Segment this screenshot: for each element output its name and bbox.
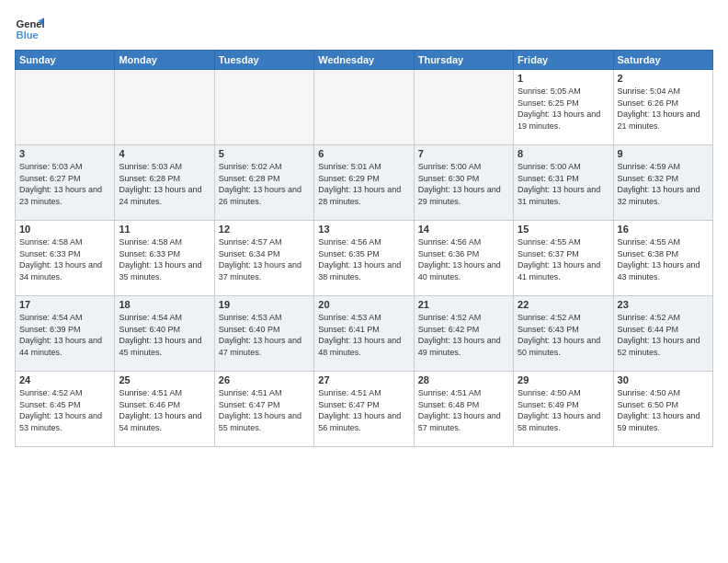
day-info: Sunrise: 5:03 AM Sunset: 6:27 PM Dayligh…	[19, 161, 110, 207]
day-info: Sunrise: 4:55 AM Sunset: 6:38 PM Dayligh…	[618, 236, 709, 282]
calendar-cell: 4Sunrise: 5:03 AM Sunset: 6:28 PM Daylig…	[115, 145, 214, 221]
day-number: 7	[418, 148, 509, 159]
calendar-cell: 13Sunrise: 4:56 AM Sunset: 6:35 PM Dayli…	[314, 221, 414, 296]
calendar-week-4: 17Sunrise: 4:54 AM Sunset: 6:39 PM Dayli…	[16, 296, 713, 372]
calendar-cell: 15Sunrise: 4:55 AM Sunset: 6:37 PM Dayli…	[514, 221, 613, 296]
calendar-cell: 24Sunrise: 4:52 AM Sunset: 6:45 PM Dayli…	[16, 372, 115, 447]
day-info: Sunrise: 4:58 AM Sunset: 6:33 PM Dayligh…	[19, 236, 110, 282]
calendar-cell: 1Sunrise: 5:05 AM Sunset: 6:25 PM Daylig…	[514, 70, 613, 145]
logo-icon: General Blue	[15, 15, 44, 44]
calendar-cell: 6Sunrise: 5:01 AM Sunset: 6:29 PM Daylig…	[314, 145, 414, 221]
day-info: Sunrise: 4:54 AM Sunset: 6:40 PM Dayligh…	[119, 312, 210, 358]
calendar-cell: 8Sunrise: 5:00 AM Sunset: 6:31 PM Daylig…	[514, 145, 613, 221]
day-number: 29	[518, 374, 609, 385]
calendar-cell: 28Sunrise: 4:51 AM Sunset: 6:48 PM Dayli…	[414, 372, 513, 447]
day-number: 26	[219, 374, 310, 385]
calendar-week-2: 3Sunrise: 5:03 AM Sunset: 6:27 PM Daylig…	[16, 145, 713, 221]
calendar-cell: 29Sunrise: 4:50 AM Sunset: 6:49 PM Dayli…	[514, 372, 613, 447]
calendar-header-wednesday: Wednesday	[314, 51, 414, 70]
day-info: Sunrise: 4:51 AM Sunset: 6:47 PM Dayligh…	[318, 387, 409, 433]
calendar-cell	[16, 70, 115, 145]
day-info: Sunrise: 4:52 AM Sunset: 6:43 PM Dayligh…	[518, 312, 609, 358]
day-info: Sunrise: 4:50 AM Sunset: 6:50 PM Dayligh…	[618, 387, 709, 433]
day-number: 16	[618, 224, 709, 235]
calendar-cell: 27Sunrise: 4:51 AM Sunset: 6:47 PM Dayli…	[314, 372, 414, 447]
day-info: Sunrise: 4:54 AM Sunset: 6:39 PM Dayligh…	[19, 312, 110, 358]
day-info: Sunrise: 4:52 AM Sunset: 6:44 PM Dayligh…	[618, 312, 709, 358]
day-number: 20	[318, 299, 409, 310]
day-number: 4	[119, 148, 210, 159]
day-info: Sunrise: 4:56 AM Sunset: 6:36 PM Dayligh…	[418, 236, 509, 282]
day-info: Sunrise: 4:51 AM Sunset: 6:46 PM Dayligh…	[119, 387, 210, 433]
day-number: 13	[318, 224, 409, 235]
day-number: 27	[318, 374, 409, 385]
day-info: Sunrise: 4:53 AM Sunset: 6:40 PM Dayligh…	[219, 312, 310, 358]
calendar-cell: 16Sunrise: 4:55 AM Sunset: 6:38 PM Dayli…	[613, 221, 712, 296]
calendar-header-sunday: Sunday	[16, 51, 115, 70]
day-info: Sunrise: 4:52 AM Sunset: 6:42 PM Dayligh…	[418, 312, 509, 358]
calendar-cell: 7Sunrise: 5:00 AM Sunset: 6:30 PM Daylig…	[414, 145, 513, 221]
day-info: Sunrise: 4:59 AM Sunset: 6:32 PM Dayligh…	[618, 161, 709, 207]
calendar-cell: 9Sunrise: 4:59 AM Sunset: 6:32 PM Daylig…	[613, 145, 712, 221]
calendar-cell: 2Sunrise: 5:04 AM Sunset: 6:26 PM Daylig…	[613, 70, 712, 145]
day-number: 18	[119, 299, 210, 310]
day-number: 15	[518, 224, 609, 235]
day-info: Sunrise: 5:04 AM Sunset: 6:26 PM Dayligh…	[618, 86, 709, 132]
day-number: 9	[618, 148, 709, 159]
calendar-cell: 17Sunrise: 4:54 AM Sunset: 6:39 PM Dayli…	[16, 296, 115, 372]
calendar-cell: 5Sunrise: 5:02 AM Sunset: 6:28 PM Daylig…	[214, 145, 313, 221]
calendar-cell: 10Sunrise: 4:58 AM Sunset: 6:33 PM Dayli…	[16, 221, 115, 296]
calendar-week-5: 24Sunrise: 4:52 AM Sunset: 6:45 PM Dayli…	[16, 372, 713, 447]
day-number: 8	[518, 148, 609, 159]
calendar-cell: 12Sunrise: 4:57 AM Sunset: 6:34 PM Dayli…	[214, 221, 313, 296]
day-info: Sunrise: 4:55 AM Sunset: 6:37 PM Dayligh…	[518, 236, 609, 282]
calendar-cell: 3Sunrise: 5:03 AM Sunset: 6:27 PM Daylig…	[16, 145, 115, 221]
svg-text:Blue: Blue	[17, 29, 39, 40]
day-number: 3	[19, 148, 110, 159]
calendar-cell: 25Sunrise: 4:51 AM Sunset: 6:46 PM Dayli…	[115, 372, 214, 447]
calendar-cell	[314, 70, 414, 145]
day-number: 2	[618, 73, 709, 84]
day-number: 12	[219, 224, 310, 235]
calendar-header-row: SundayMondayTuesdayWednesdayThursdayFrid…	[16, 51, 713, 70]
calendar-header-tuesday: Tuesday	[214, 51, 313, 70]
day-number: 24	[19, 374, 110, 385]
calendar-cell	[115, 70, 214, 145]
day-number: 17	[19, 299, 110, 310]
day-number: 28	[418, 374, 509, 385]
calendar-header-friday: Friday	[514, 51, 613, 70]
day-number: 23	[618, 299, 709, 310]
day-info: Sunrise: 4:50 AM Sunset: 6:49 PM Dayligh…	[518, 387, 609, 433]
calendar-cell: 21Sunrise: 4:52 AM Sunset: 6:42 PM Dayli…	[414, 296, 513, 372]
day-info: Sunrise: 4:53 AM Sunset: 6:41 PM Dayligh…	[318, 312, 409, 358]
day-info: Sunrise: 5:05 AM Sunset: 6:25 PM Dayligh…	[518, 86, 609, 132]
calendar-table: SundayMondayTuesdayWednesdayThursdayFrid…	[15, 50, 713, 447]
calendar-cell: 18Sunrise: 4:54 AM Sunset: 6:40 PM Dayli…	[115, 296, 214, 372]
calendar-header-saturday: Saturday	[613, 51, 712, 70]
day-info: Sunrise: 5:03 AM Sunset: 6:28 PM Dayligh…	[119, 161, 210, 207]
day-number: 11	[119, 224, 210, 235]
calendar-cell: 19Sunrise: 4:53 AM Sunset: 6:40 PM Dayli…	[214, 296, 313, 372]
day-number: 30	[618, 374, 709, 385]
day-info: Sunrise: 5:01 AM Sunset: 6:29 PM Dayligh…	[318, 161, 409, 207]
calendar-header-thursday: Thursday	[414, 51, 513, 70]
day-number: 10	[19, 224, 110, 235]
calendar-cell: 23Sunrise: 4:52 AM Sunset: 6:44 PM Dayli…	[613, 296, 712, 372]
day-number: 6	[318, 148, 409, 159]
calendar-header-monday: Monday	[115, 51, 214, 70]
calendar-cell: 14Sunrise: 4:56 AM Sunset: 6:36 PM Dayli…	[414, 221, 513, 296]
day-info: Sunrise: 5:00 AM Sunset: 6:30 PM Dayligh…	[418, 161, 509, 207]
day-number: 1	[518, 73, 609, 84]
day-info: Sunrise: 5:00 AM Sunset: 6:31 PM Dayligh…	[518, 161, 609, 207]
calendar-cell: 30Sunrise: 4:50 AM Sunset: 6:50 PM Dayli…	[613, 372, 712, 447]
calendar-cell: 22Sunrise: 4:52 AM Sunset: 6:43 PM Dayli…	[514, 296, 613, 372]
day-info: Sunrise: 4:52 AM Sunset: 6:45 PM Dayligh…	[19, 387, 110, 433]
logo: General Blue	[15, 15, 48, 44]
day-number: 19	[219, 299, 310, 310]
calendar-cell	[214, 70, 313, 145]
day-info: Sunrise: 5:02 AM Sunset: 6:28 PM Dayligh…	[219, 161, 310, 207]
day-info: Sunrise: 4:57 AM Sunset: 6:34 PM Dayligh…	[219, 236, 310, 282]
day-number: 5	[219, 148, 310, 159]
day-info: Sunrise: 4:51 AM Sunset: 6:48 PM Dayligh…	[418, 387, 509, 433]
calendar-cell: 26Sunrise: 4:51 AM Sunset: 6:47 PM Dayli…	[214, 372, 313, 447]
